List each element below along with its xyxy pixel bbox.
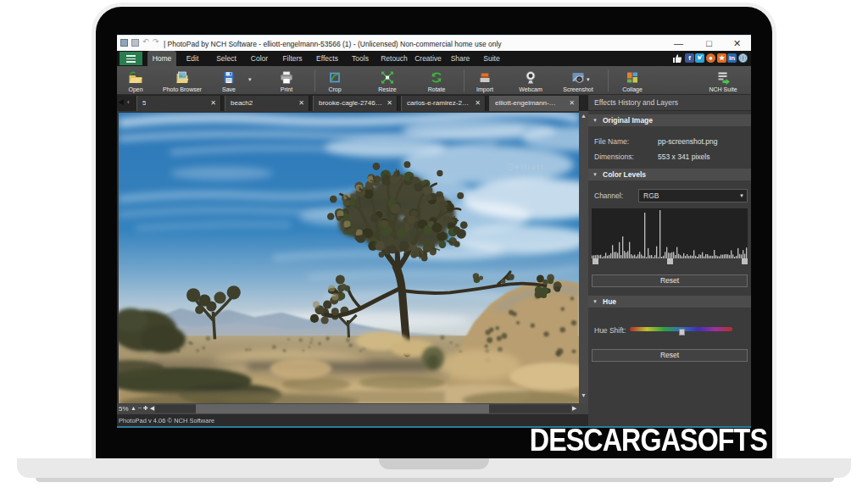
svg-text:ⓘ e l l i o t t: ⓘ e l l i o t t <box>507 164 543 171</box>
